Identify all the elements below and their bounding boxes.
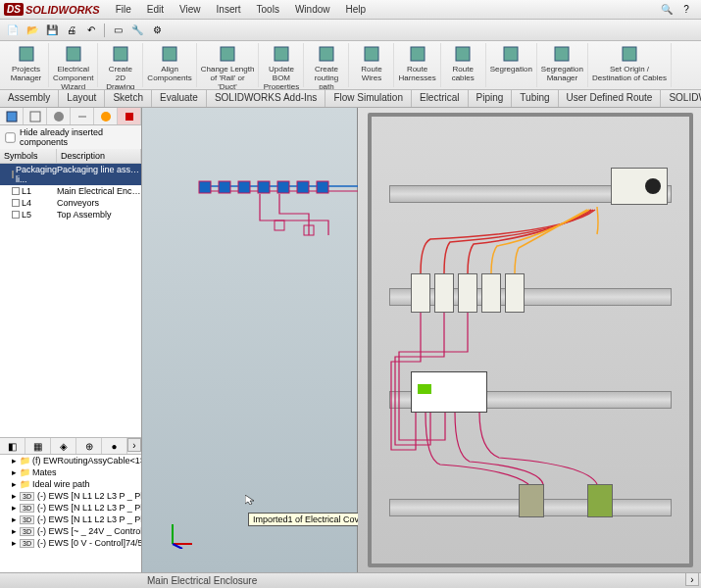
undo-icon[interactable]: ↶: [84, 24, 98, 37]
save-icon[interactable]: 💾: [45, 24, 59, 37]
tree-item[interactable]: ▸ 3D (-) EWS [N L1 L2 L3 P _ Phase 2]13: [0, 502, 141, 514]
tree-item[interactable]: ▸ 3D (-) EWS [0 V - Control]74/54: [0, 537, 141, 549]
tab-piping[interactable]: Piping: [469, 90, 513, 107]
tab-assembly[interactable]: Assembly: [0, 90, 59, 107]
menu-insert[interactable]: Insert: [209, 2, 249, 17]
ribbon-route[interactable]: Route Harnesses: [394, 43, 440, 87]
ribbon-create[interactable]: Create 2D Drawing: [98, 43, 143, 87]
component-header: Symbols Description: [0, 149, 141, 164]
ribbon-projects[interactable]: Projects Manager: [4, 43, 49, 87]
terminal-block-2: [587, 484, 613, 517]
menu-file[interactable]: File: [108, 2, 139, 17]
svg-rect-5: [275, 47, 288, 61]
open-icon[interactable]: 📂: [25, 24, 39, 37]
tab-tubing[interactable]: Tubing: [512, 90, 558, 107]
menu-window[interactable]: Window: [287, 2, 338, 17]
symbols-header[interactable]: Symbols: [0, 149, 57, 163]
row-checkbox-icon[interactable]: [12, 171, 14, 178]
lower-tab-4[interactable]: ⊕: [76, 438, 102, 454]
lower-tab-5[interactable]: ●: [102, 438, 127, 454]
tree-item[interactable]: ▸ 3D (-) EWS [N L1 L2 L3 P _ Phase 3]14: [0, 514, 141, 525]
component-row[interactable]: L4Conveyors: [0, 197, 141, 209]
select-icon[interactable]: ▭: [111, 24, 125, 37]
command-tabs: AssemblyLayoutSketchEvaluateSOLIDWORKS A…: [0, 90, 701, 108]
display-tab[interactable]: [94, 108, 118, 124]
dim-tab[interactable]: [71, 108, 94, 124]
ribbon-set-origin-[interactable]: Set Origin / Destination of Cables: [588, 43, 672, 87]
lower-tab-3[interactable]: ◈: [51, 438, 76, 454]
svg-rect-4: [221, 47, 234, 61]
disconnect-switch: [611, 168, 668, 205]
component-row[interactable]: Packaging li...Packaging line asse...: [0, 164, 141, 185]
hide-checkbox[interactable]: [5, 132, 15, 142]
config-tab[interactable]: [47, 108, 71, 124]
feature-tree[interactable]: ▸ 📁 (f) EWRoutingAssyCable<1> (Defa▸ 📁 M…: [0, 455, 141, 572]
din-rail-2: [389, 288, 672, 306]
lower-panel-tabs: ◧ ▦ ◈ ⊕ ● ›: [0, 437, 141, 455]
property-tab[interactable]: [24, 108, 47, 124]
row-checkbox-icon[interactable]: [12, 211, 20, 219]
svg-rect-18: [199, 181, 211, 193]
ribbon-segregation[interactable]: Segregation Manager: [537, 43, 588, 87]
svg-rect-11: [555, 47, 569, 61]
tab-solidworks-add-ins[interactable]: SOLIDWORKS Add-Ins: [207, 90, 325, 107]
graphics-viewport[interactable]: Imported1 of Electrical Cover(Default)<-…: [142, 108, 701, 572]
new-icon[interactable]: 📄: [6, 24, 20, 37]
elec-tab[interactable]: [118, 108, 141, 124]
left-model-view[interactable]: Imported1 of Electrical Cover(Default)<-…: [142, 108, 358, 572]
rebuild-icon[interactable]: 🔧: [130, 24, 144, 37]
description-header[interactable]: Description: [57, 149, 141, 163]
tree-item[interactable]: ▸ 📁 (f) EWRoutingAssyCable<1> (Defa: [0, 455, 141, 466]
menu-view[interactable]: View: [172, 2, 209, 17]
breaker-2: [434, 273, 454, 313]
svg-rect-6: [320, 47, 333, 61]
component-row[interactable]: L5Top Assembly: [0, 209, 141, 220]
ribbon-align[interactable]: Align Components: [143, 43, 196, 87]
help-icon[interactable]: ?: [679, 3, 693, 17]
breaker-5: [505, 273, 525, 313]
row-checkbox-icon[interactable]: [12, 199, 20, 207]
tab-evaluate[interactable]: Evaluate: [152, 90, 207, 107]
search-icon[interactable]: 🔍: [660, 3, 674, 17]
menu-help[interactable]: Help: [338, 2, 375, 17]
menu-edit[interactable]: Edit: [139, 2, 172, 17]
ribbon-create[interactable]: Create routing path: [304, 43, 349, 87]
cursor-icon: [245, 495, 255, 505]
lower-tab-1[interactable]: ◧: [0, 438, 25, 454]
ribbon-update[interactable]: Update BOM Properties: [259, 43, 304, 87]
scroll-tree-icon[interactable]: ›: [685, 572, 699, 586]
row-checkbox-icon[interactable]: [12, 187, 20, 195]
main-model-view[interactable]: [358, 108, 701, 572]
svg-rect-21: [258, 181, 270, 193]
ribbon-icon: [362, 44, 381, 64]
print-icon[interactable]: 🖨: [65, 24, 78, 37]
component-row[interactable]: L1Main Electrical Enclo...: [0, 185, 141, 197]
ribbon-route[interactable]: Route Wires: [349, 43, 394, 87]
svg-rect-14: [30, 112, 40, 122]
tab-user-defined-route[interactable]: User Defined Route: [559, 90, 662, 107]
ribbon-icon: [272, 44, 291, 64]
tree-item[interactable]: ▸ 3D (-) EWS [N L1 L2 L3 P _ Phase 1]12: [0, 490, 141, 502]
menubar: DS SOLIDWORKS FileEditViewInsertToolsWin…: [0, 0, 701, 20]
tab-layout[interactable]: Layout: [59, 90, 105, 107]
ribbon-change-length[interactable]: Change Length of 'Rail' or 'Duct': [197, 43, 260, 87]
ribbon-icon: [408, 44, 427, 64]
tree-item[interactable]: ▸ 3D (-) EWS [~ _ 24V _ Control]19: [0, 525, 141, 537]
tree-item[interactable]: ▸ 📁 Mates: [0, 466, 141, 478]
feature-tree-tab[interactable]: [0, 108, 24, 124]
collapse-panel-icon[interactable]: ›: [127, 438, 141, 452]
svg-rect-8: [411, 47, 425, 61]
tab-sketch[interactable]: Sketch: [105, 90, 152, 107]
tree-item[interactable]: ▸ 📁 Ideal wire path: [0, 478, 141, 490]
tab-flow-simulation[interactable]: Flow Simulation: [325, 90, 412, 107]
tab-solidworks-mbd[interactable]: SOLIDWORKS MBD: [661, 90, 701, 107]
svg-rect-20: [238, 181, 250, 193]
hide-inserted-checkbox[interactable]: Hide already inserted components: [0, 125, 141, 149]
menu-tools[interactable]: Tools: [249, 2, 287, 17]
ribbon-electrical[interactable]: Electrical Component Wizard: [49, 43, 98, 87]
ribbon-segregation[interactable]: Segregation: [486, 43, 537, 87]
ribbon-route[interactable]: Route cables: [441, 43, 486, 87]
options-icon[interactable]: ⚙: [150, 24, 164, 37]
tab-electrical[interactable]: Electrical: [412, 90, 469, 107]
lower-tab-2[interactable]: ▦: [25, 438, 51, 454]
